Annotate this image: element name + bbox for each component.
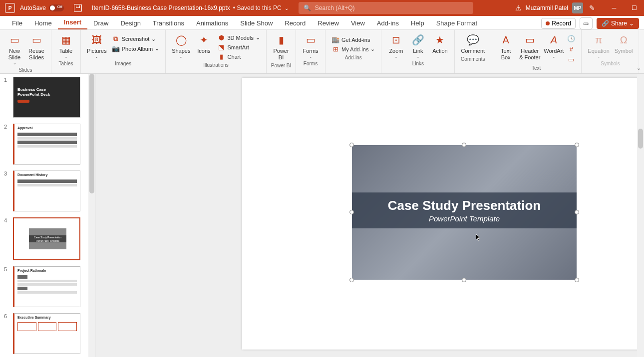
group-links: ⊡Zoom⌄ 🔗Link⌄ ★Action Links (381, 30, 455, 73)
resize-handle-e[interactable] (575, 210, 579, 214)
group-tables: ▦Table⌄ Tables (51, 30, 81, 73)
date-time-button[interactable]: 🕓 (565, 34, 577, 43)
store-icon: 🏬 (331, 36, 339, 43)
tab-view[interactable]: View (345, 17, 371, 29)
ribbon: ▭New Slide⌄ ▭Reuse Slides Slides ▦Table⌄… (0, 30, 644, 74)
powerbi-button[interactable]: ▮Power BI (271, 32, 292, 62)
resize-handle-nw[interactable] (349, 143, 354, 147)
thumbnail-slide-6[interactable]: 6 Executive Summary (0, 310, 95, 357)
tab-animations[interactable]: Animations (190, 17, 234, 29)
canvas-scrollbar[interactable] (637, 74, 644, 357)
tab-home[interactable]: Home (28, 17, 58, 29)
chart-button[interactable]: ▮Chart (215, 52, 262, 61)
pictures-button[interactable]: 🖼Pictures⌄ (85, 32, 109, 60)
record-dot-icon (546, 21, 550, 25)
record-button[interactable]: Record (541, 18, 576, 29)
collapse-ribbon-button[interactable]: ⌄ (637, 65, 641, 71)
shapes-button[interactable]: ◯Shapes⌄ (170, 32, 192, 60)
zoom-button[interactable]: ⊡Zoom⌄ (385, 32, 406, 60)
minimize-button[interactable]: ─ (604, 0, 624, 16)
forms-icon: ▭ (304, 33, 318, 47)
tab-slideshow[interactable]: Slide Show (234, 17, 279, 29)
group-forms: ▭Forms⌄ Forms (296, 30, 325, 73)
new-slide-button[interactable]: ▭New Slide⌄ (4, 32, 25, 66)
thumbnail-slide-2[interactable]: 2 Approval (0, 121, 95, 168)
account-button[interactable]: ⚠ Muzammil Patel MP (515, 2, 583, 13)
group-label: Illustrations (203, 61, 229, 69)
present-mode-button[interactable]: ▭ (580, 17, 593, 29)
slide-number: 2 (4, 124, 10, 165)
tab-file[interactable]: File (6, 17, 28, 29)
addins-icon: ⊞ (331, 45, 339, 53)
current-slide[interactable]: Case Study Presentation PowerPoint Templ… (242, 78, 644, 350)
thumbnail-preview: Project Rationale (13, 266, 80, 307)
coming-soon-icon[interactable]: ✎ (589, 4, 595, 12)
equation-icon: π (592, 33, 606, 47)
table-button[interactable]: ▦Table⌄ (55, 32, 76, 60)
object-button[interactable]: ▭ (565, 55, 577, 64)
resize-handle-se[interactable] (575, 278, 579, 282)
get-addins-button[interactable]: 🏬Get Add-ins (329, 35, 377, 44)
save-icon[interactable] (74, 4, 82, 12)
resize-handle-ne[interactable] (575, 143, 579, 147)
search-box[interactable]: 🔍 (299, 2, 473, 14)
wordart-button[interactable]: AWordArt⌄ (543, 32, 564, 60)
thumbnail-slide-3[interactable]: 3 Document History (0, 168, 95, 214)
tab-record[interactable]: Record (279, 17, 312, 29)
document-filename[interactable]: ItemID-6658-Business Case Presentation-1… (92, 4, 230, 11)
tab-shape-format[interactable]: Shape Format (430, 17, 483, 29)
header-footer-icon: ▭ (523, 33, 537, 47)
group-label: Forms (304, 60, 318, 67)
resize-handle-sw[interactable] (349, 278, 354, 282)
tab-transitions[interactable]: Transitions (147, 17, 190, 29)
group-comments: 💬Comment Comments (455, 30, 491, 73)
resize-handle-n[interactable] (462, 143, 466, 147)
thumbnail-slide-4[interactable]: 4 Case Study PresentationPowerPoint Temp… (0, 214, 95, 263)
screenshot-button[interactable]: ⧉Screenshot ⌄ (110, 34, 161, 44)
group-powerbi: ▮Power BI Power BI (267, 30, 296, 73)
action-button[interactable]: ★Action (429, 32, 450, 55)
reuse-slides-button[interactable]: ▭Reuse Slides (26, 32, 47, 62)
group-label: Tables (59, 60, 73, 67)
thumbnail-slide-5[interactable]: 5 Project Rationale (0, 263, 95, 310)
3d-models-button[interactable]: ⬢3D Models ⌄ (215, 33, 262, 42)
slide-thumbnails-panel[interactable]: 1 Business Case PowerPoint Deck 2 Approv… (0, 74, 96, 357)
resize-handle-w[interactable] (349, 210, 354, 214)
thumbnails-scrollbar[interactable] (88, 74, 95, 357)
search-input[interactable] (315, 4, 468, 11)
link-button[interactable]: 🔗Link⌄ (407, 32, 428, 60)
scrollbar-handle[interactable] (638, 129, 643, 149)
group-images: 🖼Pictures⌄ ⧉Screenshot ⌄ 📷Photo Album ⌄ … (81, 30, 166, 73)
header-footer-button[interactable]: ▭Header & Footer (517, 32, 542, 62)
tab-review[interactable]: Review (312, 17, 345, 29)
autosave-label: AutoSave (20, 4, 46, 11)
forms-button[interactable]: ▭Forms⌄ (300, 32, 321, 60)
maximize-button[interactable]: ☐ (624, 0, 644, 16)
shapes-icon: ◯ (174, 33, 188, 47)
scrollbar-handle[interactable] (89, 74, 94, 193)
share-button[interactable]: 🔗 Share ⌄ (597, 18, 639, 29)
tab-design[interactable]: Design (114, 17, 146, 29)
slide-canvas[interactable]: Case Study Presentation PowerPoint Templ… (96, 74, 644, 357)
tab-insert[interactable]: Insert (58, 16, 87, 29)
group-text: AText Box ▭Header & Footer AWordArt⌄ 🕓 #… (491, 30, 582, 73)
photo-album-button[interactable]: 📷Photo Album ⌄ (110, 44, 161, 53)
tab-help[interactable]: Help (405, 17, 430, 29)
selected-image[interactable]: Case Study Presentation PowerPoint Templ… (352, 145, 577, 280)
textbox-button[interactable]: AText Box (495, 32, 516, 62)
tab-addins[interactable]: Add-ins (371, 17, 405, 29)
smartart-button[interactable]: ⬔SmartArt (215, 42, 262, 52)
save-status: • Saved to this PC (233, 4, 282, 11)
autosave-toggle[interactable]: AutoSave Off (20, 4, 64, 11)
thumbnail-slide-1[interactable]: 1 Business Case PowerPoint Deck (0, 74, 95, 121)
icons-button[interactable]: ✦Icons (193, 32, 214, 55)
slide-number-button[interactable]: # (565, 44, 577, 54)
chevron-down-icon[interactable]: ⌄ (285, 5, 289, 11)
table-icon: ▦ (59, 33, 73, 47)
comment-button[interactable]: 💬Comment (459, 32, 487, 55)
tab-draw[interactable]: Draw (87, 17, 114, 29)
my-addins-button[interactable]: ⊞My Add-ins ⌄ (329, 44, 377, 54)
date-icon: 🕓 (567, 35, 575, 42)
resize-handle-s[interactable] (462, 278, 466, 282)
reuse-slides-icon: ▭ (29, 33, 43, 47)
